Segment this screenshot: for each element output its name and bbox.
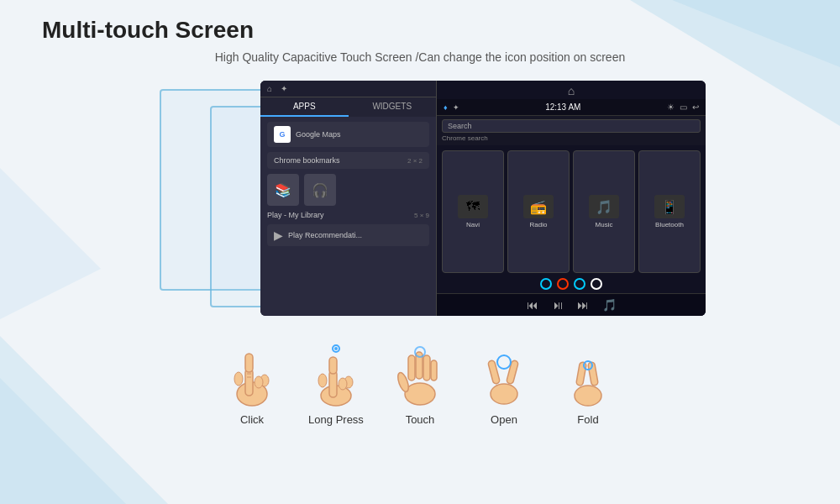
longpress-hand xyxy=(307,341,365,408)
chrome-search-label: Chrome search xyxy=(442,134,701,142)
page-title: Multi-touch Screen xyxy=(42,17,798,44)
dot-3 xyxy=(574,278,585,290)
svg-point-10 xyxy=(255,376,263,388)
home-icon-right: ⌂ xyxy=(568,84,575,97)
svg-rect-25 xyxy=(423,355,430,381)
svg-point-28 xyxy=(491,384,517,404)
page-subtitle: High Quality Capacitive Touch Screen /Ca… xyxy=(42,50,798,64)
gesture-touch: Touch xyxy=(391,341,449,426)
tab-widgets[interactable]: WIDGETS xyxy=(349,97,437,117)
click-label: Click xyxy=(240,413,264,426)
svg-rect-23 xyxy=(408,355,415,381)
music-icon-1: 📚 xyxy=(267,174,299,206)
gps-icon: ♦ xyxy=(444,103,448,112)
app-name-maps: Google Maps xyxy=(296,130,341,139)
svg-rect-34 xyxy=(588,361,599,386)
next-button[interactable]: ⏭ xyxy=(577,298,589,312)
svg-rect-30 xyxy=(507,360,519,384)
play-reco-icon: ▶ xyxy=(274,228,283,242)
prev-button[interactable]: ⏮ xyxy=(527,298,538,312)
nav-icon-music[interactable]: 🎵 Music xyxy=(573,150,635,273)
radio-label: Radio xyxy=(530,221,548,228)
fold-hand xyxy=(559,341,617,408)
brightness-icon: ☀ xyxy=(667,102,675,112)
back-icon[interactable]: ↩ xyxy=(692,102,699,112)
svg-rect-26 xyxy=(431,360,437,381)
svg-point-18 xyxy=(318,374,327,387)
svg-rect-16 xyxy=(329,370,337,397)
search-row: Search Chrome search xyxy=(437,116,706,145)
open-hand xyxy=(475,341,533,408)
music-icons: 📚 🎧 xyxy=(267,174,429,206)
touch-label: Touch xyxy=(406,413,435,426)
left-panel: ⌂ ✦ APPS WIDGETS G Google Maps xyxy=(260,81,437,316)
app-size-bookmarks: 2 × 2 xyxy=(407,157,423,165)
play-recommendations-item[interactable]: ▶ Play Recommendati... xyxy=(267,224,429,246)
right-top-bar: ♦ ✦ 12:13 AM ☀ ▭ ↩ xyxy=(437,99,706,116)
music-img: 🎵 xyxy=(589,195,619,218)
search-box[interactable]: Search xyxy=(442,119,701,133)
click-hand xyxy=(223,341,281,408)
svg-rect-17 xyxy=(329,357,337,374)
right-panel: ⌂ ♦ ✦ 12:13 AM ☀ ▭ ↩ Search C xyxy=(437,81,706,316)
svg-rect-33 xyxy=(576,361,587,386)
dot-1 xyxy=(540,278,552,290)
music-note-icon: 🎵 xyxy=(602,298,617,312)
bluetooth-label: Bluetooth xyxy=(655,221,684,228)
time-display: 12:13 AM xyxy=(545,102,580,112)
nav-icons-grid: 🗺 Navi 📻 Radio 🎵 Music 📱 Bluetooth xyxy=(437,145,706,278)
music-label: Music xyxy=(596,221,613,228)
play-reco-label: Play Recommendati... xyxy=(288,231,362,239)
gesture-area: Click Long Press xyxy=(42,341,798,426)
gesture-fold: Fold xyxy=(559,341,617,426)
touch-hand xyxy=(391,341,449,408)
svg-rect-6 xyxy=(245,369,253,396)
play-library-label: Play - My Library xyxy=(267,211,324,219)
play-pause-button[interactable]: ⏯ xyxy=(552,298,564,312)
svg-point-32 xyxy=(575,386,601,406)
app-name-bookmarks: Chrome bookmarks xyxy=(274,156,340,165)
nav-icon-bluetooth[interactable]: 📱 Bluetooth xyxy=(638,150,701,273)
navi-img: 🗺 xyxy=(458,195,488,218)
panel-tabs: APPS WIDGETS xyxy=(260,97,436,117)
screen-area: ⌂ ✦ APPS WIDGETS G Google Maps xyxy=(134,81,706,333)
home-icon-area: ⌂ xyxy=(437,81,706,99)
svg-point-8 xyxy=(234,372,243,386)
color-dots xyxy=(437,278,706,293)
bluetooth-img: 📱 xyxy=(654,195,685,218)
dot-2 xyxy=(557,278,569,290)
left-panel-top: ⌂ ✦ xyxy=(260,81,436,97)
music-icon-2: 🎧 xyxy=(304,174,336,206)
battery-icon: ▭ xyxy=(680,102,687,112)
svg-point-31 xyxy=(497,355,511,369)
main-screen: ⌂ ✦ APPS WIDGETS G Google Maps xyxy=(260,81,706,316)
navi-label: Navi xyxy=(466,221,480,228)
main-content: Multi-touch Screen High Quality Capaciti… xyxy=(0,0,840,443)
nav-icon-navi[interactable]: 🗺 Navi xyxy=(442,150,504,273)
svg-rect-29 xyxy=(488,360,501,384)
play-library-size: 5 × 9 xyxy=(414,212,429,219)
tab-apps[interactable]: APPS xyxy=(260,97,349,117)
svg-point-20 xyxy=(339,378,347,390)
status-icons: ☀ ▭ ↩ xyxy=(667,102,699,112)
google-icon: G xyxy=(274,126,291,143)
radio-img: 📻 xyxy=(523,195,554,218)
svg-point-21 xyxy=(405,383,435,405)
fold-label: Fold xyxy=(577,413,598,426)
usb-icon: ✦ xyxy=(281,84,287,93)
media-bar: ⏮ ⏯ ⏭ 🎵 xyxy=(437,293,706,316)
gesture-longpress: Long Press xyxy=(307,341,365,426)
gesture-open: Open xyxy=(475,341,533,426)
nav-icon-radio[interactable]: 📻 Radio xyxy=(507,150,570,273)
open-label: Open xyxy=(491,413,517,426)
svg-rect-7 xyxy=(245,354,253,372)
dot-4 xyxy=(591,278,602,290)
home-icon-left: ⌂ xyxy=(267,84,272,93)
bt-icon: ✦ xyxy=(453,103,459,112)
chrome-bookmarks-item[interactable]: Chrome bookmarks 2 × 2 xyxy=(267,152,429,169)
google-maps-item[interactable]: G Google Maps xyxy=(267,122,429,147)
svg-point-14 xyxy=(334,347,338,350)
gesture-click: Click xyxy=(223,341,281,426)
longpress-label: Long Press xyxy=(308,413,364,426)
